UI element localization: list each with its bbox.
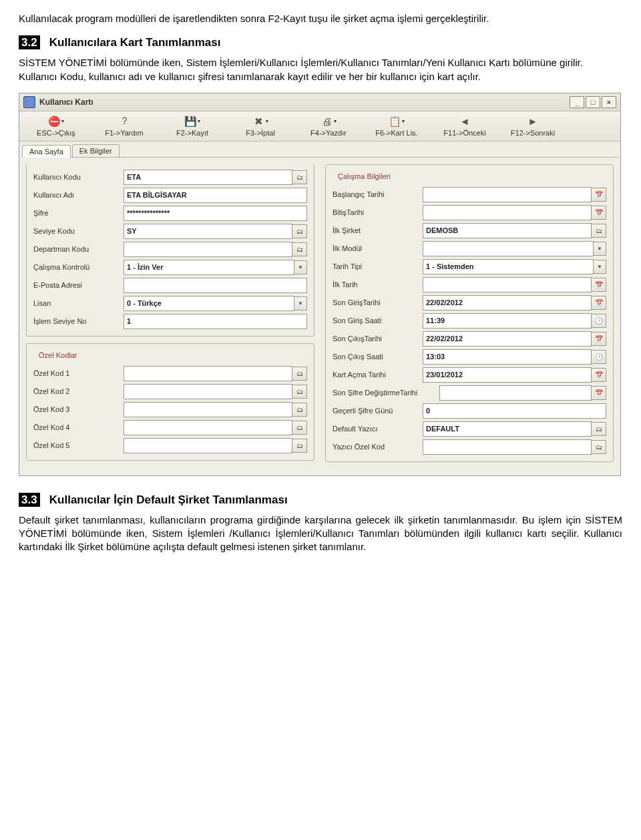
ozel-kod-3-label: Özel Kod 3 bbox=[33, 405, 124, 413]
sifre-input[interactable]: *************** bbox=[124, 206, 307, 221]
son-cikis-saati-value: 13:03 bbox=[423, 349, 592, 365]
close-button[interactable]: × bbox=[602, 96, 616, 108]
ilk-tarih-input[interactable] bbox=[423, 277, 592, 292]
f2-kayit-button[interactable]: 💾▾ F2->Kayıt bbox=[159, 114, 226, 139]
chevron-down-icon[interactable]: ▼ bbox=[294, 260, 307, 274]
default-yazici-input[interactable]: DEFAULT bbox=[423, 421, 592, 437]
lookup-icon[interactable]: 🗂 bbox=[292, 385, 307, 399]
calendar-icon[interactable]: 📅 bbox=[592, 278, 606, 292]
ilk-modul-select[interactable] bbox=[423, 241, 594, 256]
calisma-kontrolu-label: Çalışma Kontrolü bbox=[33, 263, 124, 271]
baslangic-tarihi-input[interactable] bbox=[423, 187, 592, 202]
lisan-select[interactable]: 0 - Türkçe bbox=[124, 296, 294, 311]
help-icon: ？ bbox=[118, 116, 130, 128]
ilk-tarih-label: İlk Tarih bbox=[333, 280, 423, 288]
islem-seviye-no-input[interactable]: 1 bbox=[124, 314, 307, 329]
son-giris-saati-value: 11:39 bbox=[423, 313, 592, 329]
tabs: Ana Sayfa Ek Bilgiler bbox=[19, 142, 620, 157]
calendar-icon[interactable]: 📅 bbox=[592, 386, 606, 400]
son-cikis-saati-label: Son Çıkış Saati bbox=[333, 353, 423, 361]
minimize-button[interactable]: _ bbox=[570, 96, 584, 108]
baslangic-tarihi-label: Başlangıç Tarihi bbox=[333, 190, 423, 198]
chevron-down-icon[interactable]: ▼ bbox=[594, 242, 606, 256]
kart-acma-tarihi-value: 23/01/2012 bbox=[423, 367, 592, 383]
exit-icon: ⛔ bbox=[48, 116, 60, 128]
departman-kodu-label: Departman Kodu bbox=[33, 245, 124, 253]
calendar-icon[interactable]: 📅 bbox=[592, 206, 606, 220]
clock-icon[interactable]: 🕒 bbox=[592, 314, 606, 328]
default-yazici-label: Default Yazıcı bbox=[333, 425, 423, 433]
ozel-kod-1-input[interactable] bbox=[124, 366, 292, 381]
kullanici-kodu-input[interactable]: ETA bbox=[124, 170, 292, 185]
chevron-down-icon[interactable]: ▼ bbox=[294, 296, 307, 310]
f3-iptal-button[interactable]: ✖▾ F3->İptal bbox=[227, 114, 294, 139]
maximize-button[interactable]: □ bbox=[586, 96, 600, 108]
son-giris-saati-label: Son Giriş Saati bbox=[333, 317, 423, 325]
son-cikis-tarihi-value: 22/02/2012 bbox=[423, 331, 592, 347]
gecerli-sifre-gunu-input[interactable]: 0 bbox=[423, 403, 606, 419]
tab-ek-bilgiler[interactable]: Ek Bilgiler bbox=[72, 144, 120, 157]
seviye-kodu-label: Seviye Kodu bbox=[33, 227, 124, 235]
tarih-tipi-select[interactable]: 1 - Sistemden bbox=[423, 259, 594, 274]
ozel-kod-2-input[interactable] bbox=[124, 384, 292, 399]
bitis-tarihi-input[interactable] bbox=[423, 205, 592, 220]
lookup-icon[interactable]: 🗂 bbox=[292, 403, 307, 417]
kullanici-adi-input[interactable]: ETA BİLGİSAYAR bbox=[124, 188, 307, 203]
ilk-sirket-label: İlk Şirket bbox=[333, 226, 423, 234]
toolbar: ⛔▾ ESC->Çıkış ？ F1->Yardım 💾▾ F2->Kayıt … bbox=[19, 112, 620, 142]
intro-paragraph: Kullanılacak program modülleri de işaret… bbox=[19, 12, 622, 25]
section-number: 3.3 bbox=[19, 493, 40, 507]
lookup-icon[interactable]: 🗂 bbox=[292, 367, 307, 381]
next-icon: ► bbox=[527, 116, 539, 128]
f1-yardim-button[interactable]: ？ F1->Yardım bbox=[91, 114, 158, 139]
ilk-modul-label: İlk Modül bbox=[333, 244, 423, 252]
kullanici-kodu-label: Kullanıcı Kodu bbox=[33, 173, 124, 181]
esc-cikis-button[interactable]: ⛔▾ ESC->Çıkış bbox=[23, 114, 89, 139]
f6-kartlis-button[interactable]: 📋▾ F6->Kart Lis. bbox=[363, 114, 430, 139]
lookup-icon[interactable]: 🗂 bbox=[292, 439, 307, 453]
eposta-input[interactable] bbox=[124, 278, 307, 293]
lookup-icon[interactable]: 🗂 bbox=[292, 421, 307, 435]
f4-yazdir-button[interactable]: 🖨▾ F4->Yazdır bbox=[295, 114, 362, 139]
section-number: 3.2 bbox=[19, 35, 40, 49]
seviye-kodu-input[interactable]: SY bbox=[124, 224, 292, 239]
sifre-label: Şifre bbox=[33, 209, 124, 217]
bitis-tarihi-label: BitişTarihi bbox=[333, 208, 423, 216]
f12-sonraki-button[interactable]: ► F12->Sonraki bbox=[499, 114, 566, 139]
son-cikis-tarihi-label: Son ÇıkışTarihi bbox=[333, 335, 423, 343]
ozel-kod-4-label: Özel Kod 4 bbox=[33, 423, 124, 431]
section-3-3-heading: 3.3 Kullanıcılar İçin Default Şirket Tan… bbox=[19, 493, 622, 507]
calendar-icon[interactable]: 📅 bbox=[592, 368, 606, 382]
clock-icon[interactable]: 🕒 bbox=[592, 350, 606, 364]
ozel-kod-2-label: Özel Kod 2 bbox=[33, 387, 124, 395]
lookup-icon[interactable]: 🗂 bbox=[592, 422, 606, 436]
prev-icon: ◄ bbox=[459, 116, 471, 128]
lookup-icon[interactable]: 🗂 bbox=[292, 242, 307, 256]
chevron-down-icon[interactable]: ▼ bbox=[594, 260, 606, 274]
calisma-kontrolu-select[interactable]: 1 - İzin Ver bbox=[124, 260, 294, 275]
tab-ana-sayfa[interactable]: Ana Sayfa bbox=[22, 145, 71, 158]
ozel-kod-3-input[interactable] bbox=[124, 402, 292, 417]
calendar-icon[interactable]: 📅 bbox=[592, 188, 606, 202]
ozel-kodlar-legend: Özel Kodlar bbox=[36, 351, 79, 359]
section-3-3-body: Default şirket tanımlanması, kullanıcıla… bbox=[19, 513, 622, 554]
gecerli-sifre-gunu-label: Geçerli Şifre Günü bbox=[333, 407, 423, 415]
lookup-icon[interactable]: 🗂 bbox=[592, 440, 606, 454]
ozel-kod-5-input[interactable] bbox=[124, 438, 292, 453]
f11-onceki-button[interactable]: ◄ F11->Önceki bbox=[431, 114, 498, 139]
lookup-icon[interactable]: 🗂 bbox=[592, 224, 606, 238]
ilk-sirket-input[interactable]: DEMOSB bbox=[423, 223, 592, 238]
section-title: Kullanıcılara Kart Tanımlanması bbox=[49, 36, 221, 49]
departman-kodu-input[interactable] bbox=[124, 242, 292, 257]
islem-seviye-no-label: İşlem Seviye No bbox=[33, 317, 124, 325]
yazici-ozel-kod-input[interactable] bbox=[423, 439, 592, 455]
ozel-kod-4-input[interactable] bbox=[124, 420, 292, 435]
calendar-icon[interactable]: 📅 bbox=[592, 332, 606, 346]
son-giris-tarihi-value: 22/02/2012 bbox=[423, 295, 592, 310]
window-title: Kullanıcı Kartı bbox=[39, 97, 93, 107]
kullanici-adi-label: Kullanıcı Adı bbox=[33, 191, 124, 199]
lookup-icon[interactable]: 🗂 bbox=[292, 170, 307, 184]
lookup-icon[interactable]: 🗂 bbox=[292, 224, 307, 238]
calendar-icon[interactable]: 📅 bbox=[592, 296, 606, 310]
calisma-bilgileri-legend: Çalışma Bilgileri bbox=[335, 172, 393, 180]
